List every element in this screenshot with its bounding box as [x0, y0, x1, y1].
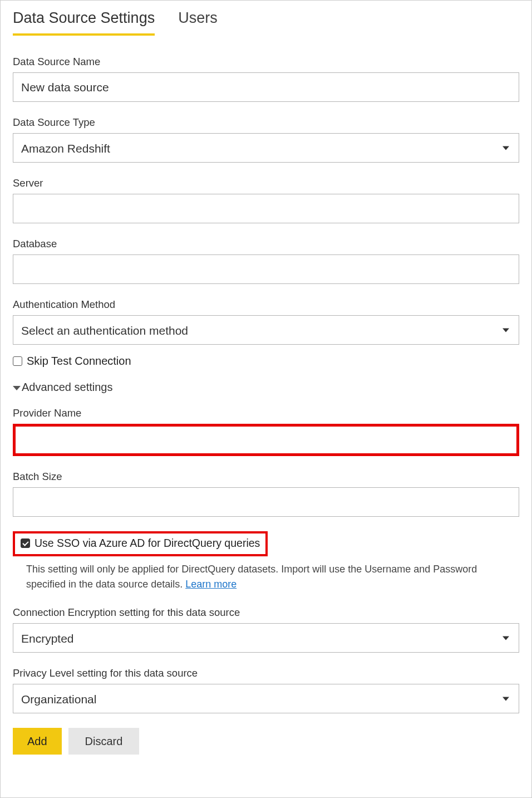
- discard-button[interactable]: Discard: [68, 728, 140, 755]
- select-data-source-type[interactable]: Amazon Redshift: [13, 133, 519, 163]
- link-learn-more[interactable]: Learn more: [185, 579, 237, 590]
- label-encryption: Connection Encryption setting for this d…: [13, 606, 519, 619]
- sso-help-body: This setting will only be applied for Di…: [26, 564, 477, 590]
- field-provider-name: Provider Name: [13, 407, 519, 456]
- input-server[interactable]: [13, 194, 519, 223]
- field-privacy: Privacy Level setting for this data sour…: [13, 667, 519, 713]
- label-skip-test-connection: Skip Test Connection: [27, 355, 131, 368]
- select-auth-method[interactable]: Select an authentication method: [13, 315, 519, 345]
- select-value-privacy: Organizational: [13, 684, 519, 713]
- add-button[interactable]: Add: [13, 728, 62, 755]
- label-auth-method: Authentication Method: [13, 298, 519, 311]
- label-server: Server: [13, 177, 519, 189]
- field-batch-size: Batch Size: [13, 471, 519, 517]
- field-auth-method: Authentication Method Select an authenti…: [13, 298, 519, 345]
- sso-section: Use SSO via Azure AD for DirectQuery que…: [13, 531, 519, 592]
- checkbox-skip-test-connection[interactable]: [13, 356, 22, 366]
- input-provider-name[interactable]: [13, 424, 519, 456]
- input-batch-size[interactable]: [13, 487, 519, 517]
- select-value-auth-method: Select an authentication method: [13, 315, 519, 345]
- chevron-down-icon: [13, 386, 21, 390]
- data-source-settings-panel: Data Source Settings Users Data Source N…: [0, 0, 532, 798]
- tab-bar: Data Source Settings Users: [13, 4, 519, 36]
- tab-data-source-settings[interactable]: Data Source Settings: [13, 4, 155, 36]
- field-database: Database: [13, 238, 519, 284]
- label-data-source-type: Data Source Type: [13, 116, 519, 129]
- select-value-encryption: Encrypted: [13, 623, 519, 653]
- sso-help-text: This setting will only be applied for Di…: [26, 562, 519, 592]
- label-data-source-name: Data Source Name: [13, 56, 519, 68]
- input-data-source-name[interactable]: [13, 72, 519, 102]
- label-privacy: Privacy Level setting for this data sour…: [13, 667, 519, 679]
- checkbox-skip-test-connection-row: Skip Test Connection: [13, 355, 519, 368]
- field-encryption: Connection Encryption setting for this d…: [13, 606, 519, 653]
- label-batch-size: Batch Size: [13, 471, 519, 483]
- advanced-settings-toggle[interactable]: Advanced settings: [13, 381, 519, 394]
- checkbox-sso-azure-ad[interactable]: [21, 538, 30, 548]
- advanced-settings-label: Advanced settings: [22, 381, 112, 394]
- sso-highlight-box: Use SSO via Azure AD for DirectQuery que…: [13, 531, 268, 556]
- select-privacy[interactable]: Organizational: [13, 684, 519, 713]
- field-data-source-type: Data Source Type Amazon Redshift: [13, 116, 519, 163]
- label-sso-azure-ad: Use SSO via Azure AD for DirectQuery que…: [35, 537, 260, 550]
- label-database: Database: [13, 238, 519, 250]
- label-provider-name: Provider Name: [13, 407, 519, 419]
- input-database[interactable]: [13, 254, 519, 284]
- field-data-source-name: Data Source Name: [13, 56, 519, 102]
- button-row: Add Discard: [13, 728, 519, 755]
- select-value-data-source-type: Amazon Redshift: [13, 133, 519, 163]
- tab-users[interactable]: Users: [178, 4, 218, 36]
- select-encryption[interactable]: Encrypted: [13, 623, 519, 653]
- field-server: Server: [13, 177, 519, 223]
